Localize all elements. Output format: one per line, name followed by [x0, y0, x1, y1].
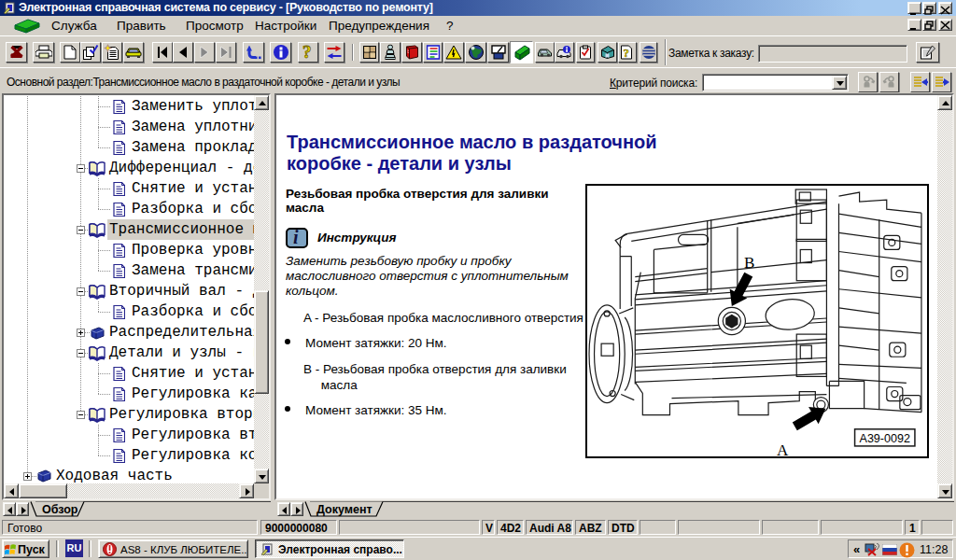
svg-text:A: A — [777, 441, 789, 456]
svg-text:Обзор: Обзор — [42, 503, 78, 516]
svg-text:?: ? — [624, 46, 630, 60]
svg-text:A39-0092: A39-0092 — [860, 432, 910, 445]
svg-text:B: B — [744, 254, 754, 272]
svg-text:?: ? — [302, 44, 312, 62]
svg-text:Документ: Документ — [316, 503, 373, 516]
